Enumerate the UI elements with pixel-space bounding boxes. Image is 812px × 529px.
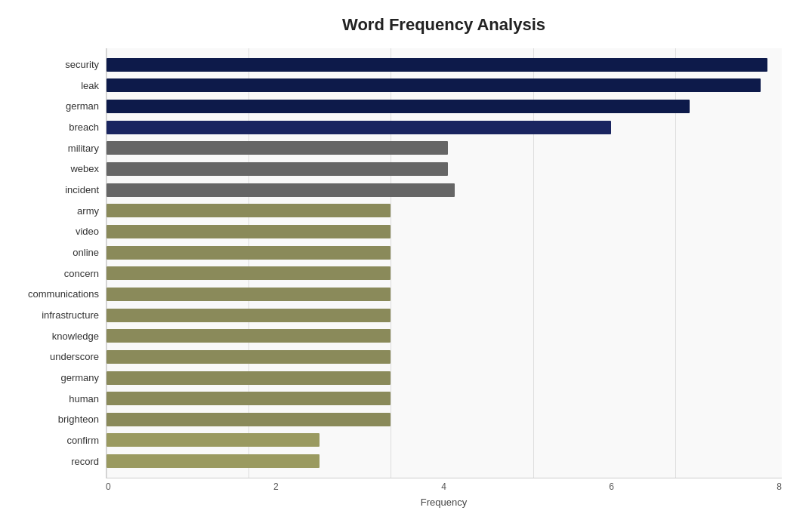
x-tick-2: 2 [273,481,279,492]
bar-fill [107,288,391,301]
bar-track [107,58,782,72]
bar-label: video [8,226,107,237]
bar-fill [107,371,391,385]
bar-track [107,350,782,364]
bar-row: webex [107,160,782,178]
bar-track [107,433,782,447]
bar-track [107,225,782,238]
bar-label: confirm [8,435,107,446]
bar-label: knowledge [8,331,107,342]
bar-track [107,309,782,322]
bar-track [107,141,782,155]
chart-container: Word Frequency Analysis securityleakgerm… [0,0,812,529]
bar-fill [107,225,391,238]
bar-label: webex [8,163,107,174]
bar-row: concern [107,264,782,282]
bar-fill [107,183,455,197]
bar-row: infrastructure [107,306,782,324]
bar-track [107,371,782,385]
bar-label: military [8,143,107,154]
bar-row: record [107,452,782,470]
bar-label: communications [8,288,107,300]
bar-track [107,78,782,92]
bar-label: infrastructure [8,309,107,321]
bar-track [107,162,782,176]
bar-track [107,266,782,280]
bar-fill [107,329,391,343]
bar-fill [107,58,767,72]
bar-fill [107,78,761,92]
bar-row: confirm [107,431,782,449]
bar-row: leak [107,76,782,94]
bar-fill [107,141,448,155]
bar-track [107,329,782,343]
bar-label: breach [8,121,107,133]
bar-row: military [107,139,782,157]
bar-fill [107,100,690,113]
bar-label: germany [8,372,107,383]
bar-track [107,204,782,217]
bar-track [107,454,782,468]
bar-row: incident [107,181,782,199]
bar-fill [107,392,391,405]
bar-row: brighteon [107,411,782,429]
bar-row: video [107,223,782,241]
x-tick-4: 4 [441,481,446,492]
bar-fill [107,350,391,364]
bar-row: army [107,201,782,220]
bar-track [107,121,782,134]
bar-row: knowledge [107,327,782,345]
bar-track [107,246,782,260]
bar-label: online [8,247,107,258]
bar-label: leak [8,80,107,91]
bar-row: underscore [107,348,782,366]
bar-fill [107,413,391,426]
bar-label: human [8,393,107,404]
bar-fill [107,162,448,176]
bar-row: german [107,97,782,115]
bar-fill [107,433,320,447]
bar-row: germany [107,369,782,387]
bar-fill [107,246,391,260]
bar-row: online [107,244,782,262]
bar-fill [107,204,391,217]
bar-fill [107,309,391,322]
x-tick-6: 6 [609,481,614,492]
bar-label: army [8,205,107,217]
bar-row: security [107,56,782,74]
bar-track [107,100,782,113]
bar-label: underscore [8,351,107,362]
x-tick-0: 0 [106,481,111,492]
bar-label: concern [8,268,107,279]
bar-fill [107,121,611,134]
bar-label: german [8,100,107,112]
bar-fill [107,266,391,280]
bar-track [107,183,782,197]
bar-label: record [8,456,107,467]
bar-fill [107,454,320,468]
bar-label: brighteon [8,414,107,425]
bar-row: communications [107,285,782,303]
bar-row: breach [107,118,782,137]
chart-title: Word Frequency Analysis [106,15,782,35]
bar-row: human [107,389,782,408]
bar-label: security [8,59,107,70]
bar-track [107,413,782,426]
x-axis-label: Frequency [106,497,782,508]
bar-track [107,288,782,301]
bar-label: incident [8,184,107,195]
x-tick-8: 8 [776,481,782,492]
bar-track [107,392,782,405]
